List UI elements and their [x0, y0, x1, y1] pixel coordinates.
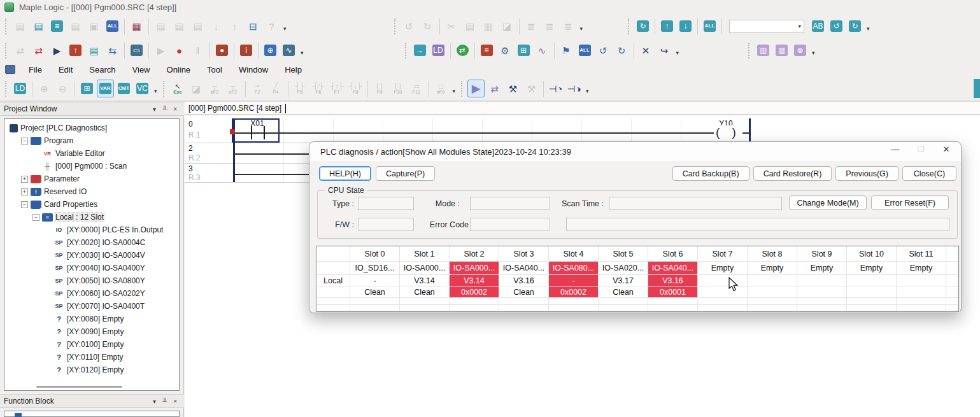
- open-program-icon[interactable]: ▤: [30, 17, 47, 35]
- toolbar-overflow[interactable]: [974, 79, 980, 98]
- dialog-title-bar[interactable]: PLC diagnosis / action[Show All Modules …: [309, 142, 961, 161]
- menu-help[interactable]: Help: [276, 63, 310, 76]
- scan-time-input[interactable]: [609, 197, 782, 210]
- tools-icon[interactable]: ✕: [637, 41, 655, 59]
- fw-input[interactable]: [358, 218, 414, 231]
- slot-status-cell[interactable]: 0x0001: [648, 286, 698, 298]
- slot-name-cell[interactable]: IO-SA080...: [549, 262, 599, 275]
- plc-info-icon[interactable]: i: [238, 41, 255, 59]
- card-ab-icon[interactable]: AB: [809, 17, 827, 35]
- bookmark-next-icon[interactable]: ↻: [613, 41, 630, 59]
- menu-search[interactable]: Search: [81, 63, 124, 76]
- tree-item-xy-0000-plc-es-in-output[interactable]: IO[XY:0000] PLC-ES In.Output: [4, 223, 179, 236]
- tree-item-card-properties[interactable]: −Card Properties: [4, 198, 179, 211]
- slot-version-cell[interactable]: -: [350, 275, 400, 286]
- status-message-input[interactable]: [566, 218, 949, 231]
- tree-item-reserved-io[interactable]: +!Reserved IO: [4, 185, 179, 198]
- error-code-input[interactable]: [470, 218, 550, 231]
- save-all-icon[interactable]: ALL: [104, 17, 121, 35]
- tree-item-xy-0080-empty[interactable]: ?[XY:0080] Empty: [4, 313, 179, 325]
- slot-status-cell[interactable]: [797, 286, 847, 298]
- menu-online[interactable]: Online: [159, 63, 199, 76]
- slot-version-cell[interactable]: [748, 275, 797, 286]
- tree-item-xy-0040-io-sa0400y[interactable]: SP[XY:0040] IO-SA0400Y: [4, 262, 179, 274]
- tree-item-xy-0070-io-sa0400t[interactable]: SP[XY:0070] IO-SA0400T: [4, 300, 179, 313]
- card-refresh-icon[interactable]: ↻: [634, 17, 651, 35]
- panel-menu-icon[interactable]: ▾: [150, 106, 159, 113]
- program-list-icon[interactable]: ≡: [48, 17, 66, 35]
- slot-version-cell[interactable]: [797, 275, 847, 286]
- package-delete-icon[interactable]: ⊗: [792, 41, 809, 59]
- slot-status-cell[interactable]: 0x0002: [549, 286, 599, 298]
- tree-item-program[interactable]: −Program: [4, 134, 179, 147]
- tree-item-xy-0060-io-sa0202y[interactable]: SP[XY:0060] IO-SA0202Y: [4, 287, 179, 300]
- slot-name-cell[interactable]: Empty: [897, 262, 946, 275]
- expander-icon[interactable]: −: [21, 138, 28, 145]
- pin-icon[interactable]: ╨: [159, 106, 170, 113]
- slot-status-cell[interactable]: Clean: [499, 286, 549, 298]
- ld-editor-icon[interactable]: LD: [11, 80, 29, 97]
- slot-name-cell[interactable]: Empty: [698, 262, 748, 275]
- package-group-dropdown-icon[interactable]: ▾: [809, 50, 818, 56]
- expander-icon[interactable]: +: [21, 176, 28, 183]
- view-variable-icon[interactable]: VAR: [97, 80, 114, 97]
- view-comment-icon[interactable]: CMT: [115, 80, 132, 97]
- slot-name-cell[interactable]: IO-SA020...: [599, 262, 648, 275]
- change-mode-button[interactable]: Change Mode(M): [789, 195, 867, 210]
- tile-windows-icon[interactable]: ▦: [128, 17, 145, 35]
- network-icon[interactable]: ⊕: [262, 41, 279, 59]
- slot-version-cell[interactable]: V3.14: [450, 275, 499, 286]
- slot-name-cell[interactable]: IO-SA040...: [648, 262, 698, 275]
- slot-status-cell[interactable]: 0x0002: [450, 286, 499, 298]
- slot-version-cell[interactable]: V3.16: [499, 275, 549, 286]
- password-lock-icon[interactable]: ●: [213, 41, 231, 59]
- bookmark-all-icon[interactable]: ALL: [576, 41, 593, 59]
- tree-item-xy-0050-io-sa0800y[interactable]: SP[XY:0050] IO-SA0800Y: [4, 274, 179, 287]
- card-upload-icon[interactable]: ↑: [658, 17, 676, 35]
- card-all-icon[interactable]: ALL: [701, 17, 718, 35]
- slot-version-cell[interactable]: V3.14: [400, 275, 450, 286]
- card-select-combobox[interactable]: ▾: [729, 20, 804, 33]
- close-icon[interactable]: ×: [170, 106, 180, 113]
- card-undo-icon[interactable]: ↺: [828, 17, 845, 35]
- menu-edit[interactable]: Edit: [50, 63, 81, 76]
- view-var-comment-icon[interactable]: VC: [134, 80, 151, 97]
- special-module-icon[interactable]: ⚙: [497, 41, 514, 59]
- type-input[interactable]: [358, 197, 414, 210]
- slot-version-cell[interactable]: V3.16: [648, 275, 698, 286]
- card-group-dropdown-icon[interactable]: ▾: [864, 25, 872, 32]
- editor-tab[interactable]: [000] Pgm000.SRC [4 step]: [188, 104, 281, 113]
- slot-version-cell[interactable]: [897, 275, 946, 286]
- module-info-icon[interactable]: ≡: [478, 41, 495, 59]
- bookmark-prev-icon[interactable]: ↺: [595, 41, 612, 59]
- tree-item-local-12-slot[interactable]: −≡Local : 12 Slot: [4, 211, 179, 223]
- view-group-dropdown-icon[interactable]: ▾: [152, 88, 160, 94]
- tree-item-variable-editor[interactable]: VRVariable Editor: [4, 147, 179, 160]
- monitor-group-dropdown-icon[interactable]: ▾: [583, 88, 592, 94]
- card-download-icon[interactable]: ↓: [677, 17, 694, 35]
- slot-status-cell[interactable]: Clean: [400, 286, 450, 298]
- tool-group-dropdown-icon[interactable]: ▾: [674, 50, 682, 56]
- tree-item-xy-0100-empty[interactable]: ?[XY:0100] Empty: [4, 338, 179, 351]
- tree-item-project-plc-diagnostics[interactable]: Project [PLC Diagnostics]: [4, 122, 179, 134]
- calculator-icon[interactable]: ⊞: [515, 41, 532, 59]
- help-button[interactable]: HELP(H): [319, 166, 371, 181]
- trigger-contact-icon[interactable]: ⊣◔: [547, 80, 564, 97]
- close-icon[interactable]: ✕: [941, 145, 952, 154]
- expander-icon[interactable]: −: [32, 214, 39, 221]
- ld-il-convert-icon[interactable]: LD: [430, 41, 447, 59]
- menu-view[interactable]: View: [124, 63, 159, 76]
- card-restore-r-button[interactable]: Card Restore(R): [753, 166, 832, 181]
- trend-chart-icon[interactable]: ∿: [534, 41, 551, 59]
- online-group-dropdown-icon[interactable]: ▾: [298, 50, 306, 56]
- esc-pointer-icon[interactable]: ↖Esc: [169, 80, 187, 97]
- slot-name-cell[interactable]: Empty: [748, 262, 797, 275]
- slot-version-cell[interactable]: V3.17: [599, 275, 648, 286]
- print-icon[interactable]: ⊟: [245, 17, 262, 35]
- maximize-icon[interactable]: ☐: [915, 145, 927, 154]
- slot-status-cell[interactable]: Clean: [599, 286, 648, 298]
- slot-name-cell[interactable]: Empty: [847, 262, 897, 275]
- trigger-coil-icon[interactable]: ⊣◑: [565, 80, 583, 97]
- cross-reference-icon[interactable]: ⇄: [454, 41, 471, 59]
- slot-name-cell[interactable]: IO-SA000...: [400, 262, 450, 275]
